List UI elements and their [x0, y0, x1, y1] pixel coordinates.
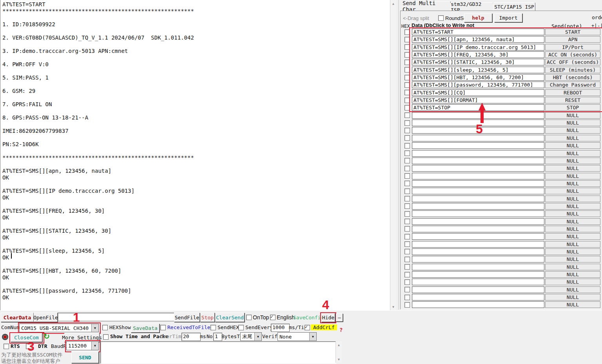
send-button[interactable]: SEND — [71, 351, 99, 363]
command-input[interactable] — [412, 279, 544, 285]
scroll-down-icon[interactable]: ▼ — [391, 304, 396, 310]
collapse-button[interactable]: — — [336, 313, 343, 322]
refresh-ports-icon[interactable]: ↻ — [44, 332, 50, 340]
hex-checkbox[interactable] — [404, 67, 410, 72]
receive-terminal[interactable]: AT%TEST=START **************************… — [0, 0, 390, 310]
hex-checkbox[interactable] — [404, 196, 410, 201]
send-note-button[interactable]: START — [545, 29, 600, 35]
send-note-button[interactable]: NULL — [545, 127, 600, 134]
command-input[interactable] — [412, 301, 544, 308]
hex-checkbox[interactable] — [404, 98, 410, 103]
send-note-button[interactable]: NULL — [545, 241, 600, 248]
scroll-up-icon[interactable]: ▲ — [336, 342, 341, 348]
hex-checkbox[interactable] — [404, 44, 410, 50]
overtime-input[interactable]: 20 — [181, 333, 201, 341]
sendhex-checkbox[interactable] — [210, 325, 216, 330]
send-note-button[interactable]: NULL — [545, 256, 600, 263]
command-input[interactable]: AT%TEST=SMS[][CQ] — [412, 89, 544, 96]
save-data-button[interactable]: SaveData — [131, 324, 160, 333]
hex-checkbox[interactable] — [404, 90, 410, 95]
send-note-button[interactable]: NULL — [545, 135, 600, 141]
help-question-icon[interactable]: ? — [339, 327, 343, 333]
file-path-input[interactable] — [58, 313, 176, 321]
send-file-button[interactable]: SendFile — [174, 313, 200, 322]
send-note-button[interactable]: NULL — [545, 112, 600, 119]
ontop-checkbox[interactable] — [246, 315, 252, 320]
hex-checkbox[interactable] — [404, 75, 410, 80]
hex-checkbox[interactable] — [404, 37, 410, 42]
rts-checkbox[interactable] — [4, 344, 9, 349]
hex-checkbox[interactable] — [404, 128, 410, 133]
send-input-scrollbar[interactable]: ▲ ▼ — [335, 341, 342, 363]
bytesto-select[interactable]: 末尾 — [240, 332, 262, 341]
send-note-button[interactable]: RESET — [545, 97, 600, 103]
scroll-up-icon[interactable]: ▲ — [391, 1, 396, 6]
hex-checkbox[interactable] — [404, 279, 410, 285]
hex-checkbox[interactable] — [404, 203, 410, 209]
clear-send-button[interactable]: ClearSend — [215, 313, 245, 322]
command-input[interactable] — [412, 256, 544, 263]
send-note-button[interactable]: NULL — [545, 150, 600, 157]
send-note-button[interactable]: NULL — [545, 188, 600, 194]
hex-checkbox[interactable] — [404, 234, 410, 239]
command-input[interactable]: AT%TEST=START — [412, 29, 544, 35]
hex-checkbox[interactable] — [404, 226, 410, 232]
send-note-button[interactable]: NULL — [545, 173, 600, 179]
byte-count-input[interactable]: 1 — [213, 333, 222, 341]
hex-checkbox[interactable] — [404, 135, 410, 141]
hex-checkbox[interactable] — [404, 211, 410, 217]
hex-checkbox[interactable] — [404, 264, 410, 270]
send-note-button[interactable]: NULL — [545, 248, 600, 255]
hide-button[interactable]: Hide — [321, 313, 335, 322]
send-note-button[interactable]: NULL — [545, 279, 600, 285]
remove-row-button[interactable]: -| — [597, 23, 602, 29]
send-note-button[interactable]: REBOOT — [545, 89, 600, 96]
hex-checkbox[interactable] — [404, 143, 410, 148]
interval-input[interactable]: 1000 — [271, 324, 290, 332]
received-to-file-checkbox[interactable] — [160, 325, 166, 330]
hex-checkbox[interactable] — [404, 150, 410, 156]
hex-checkbox[interactable] — [404, 158, 410, 163]
clear-data-button[interactable]: ClearData — [1, 313, 34, 322]
command-input[interactable]: AT%TEST=SMS[][sleep, 123456, 5] — [412, 67, 544, 73]
chevron-down-icon[interactable] — [91, 324, 98, 332]
chevron-down-icon[interactable] — [91, 342, 98, 350]
add-row-button[interactable]: +| — [591, 23, 597, 29]
command-input[interactable] — [412, 294, 544, 301]
send-note-button[interactable]: NULL — [545, 271, 600, 278]
hex-checkbox[interactable] — [404, 272, 410, 277]
send-note-button[interactable]: STOP — [545, 104, 600, 111]
close-com-button[interactable]: CloseCom — [11, 333, 42, 342]
send-input[interactable] — [100, 341, 336, 364]
send-note-button[interactable]: ACC OFF (seconds) — [545, 59, 600, 65]
verify-select[interactable]: None — [277, 332, 317, 341]
send-note-button[interactable]: NULL — [545, 203, 600, 210]
command-input[interactable] — [412, 142, 544, 149]
hex-checkbox[interactable] — [404, 105, 410, 110]
send-note-button[interactable]: NULL — [545, 120, 600, 126]
command-input[interactable] — [412, 286, 544, 293]
command-input[interactable] — [412, 165, 544, 172]
command-input[interactable] — [412, 180, 544, 187]
hex-checkbox[interactable] — [404, 82, 410, 88]
hex-checkbox[interactable] — [404, 166, 410, 171]
open-file-button[interactable]: OpenFile — [34, 313, 58, 322]
command-input[interactable]: AT%TEST=SMS[][apn, 123456, nauta] — [412, 36, 544, 43]
send-note-button[interactable]: NULL — [545, 264, 600, 270]
roundsend-checkbox[interactable] — [438, 15, 444, 21]
chevron-down-icon[interactable] — [309, 333, 316, 340]
send-note-button[interactable]: NULL — [545, 142, 600, 149]
command-input[interactable] — [412, 188, 544, 194]
hex-checkbox[interactable] — [404, 52, 410, 58]
send-note-button[interactable]: NULL — [545, 158, 600, 164]
command-input[interactable]: AT%TEST=SMS[][STATIC, 123456, 30] — [412, 59, 544, 65]
hex-checkbox[interactable] — [404, 120, 410, 126]
command-input[interactable]: AT%TEST=SMS[][password, 123456, 771700] — [412, 81, 544, 88]
command-input[interactable] — [412, 271, 544, 278]
help-button[interactable]: help — [464, 13, 492, 22]
save-config-button[interactable]: SaveConfig — [293, 315, 324, 321]
tab-stc-iap15-isp[interactable]: STC/IAP15 ISP — [493, 2, 535, 11]
hex-checkbox[interactable] — [404, 287, 410, 292]
send-note-button[interactable]: NULL — [545, 233, 600, 240]
command-input[interactable]: AT%TEST=SMS[][FREQ, 123456, 30] — [412, 51, 544, 58]
